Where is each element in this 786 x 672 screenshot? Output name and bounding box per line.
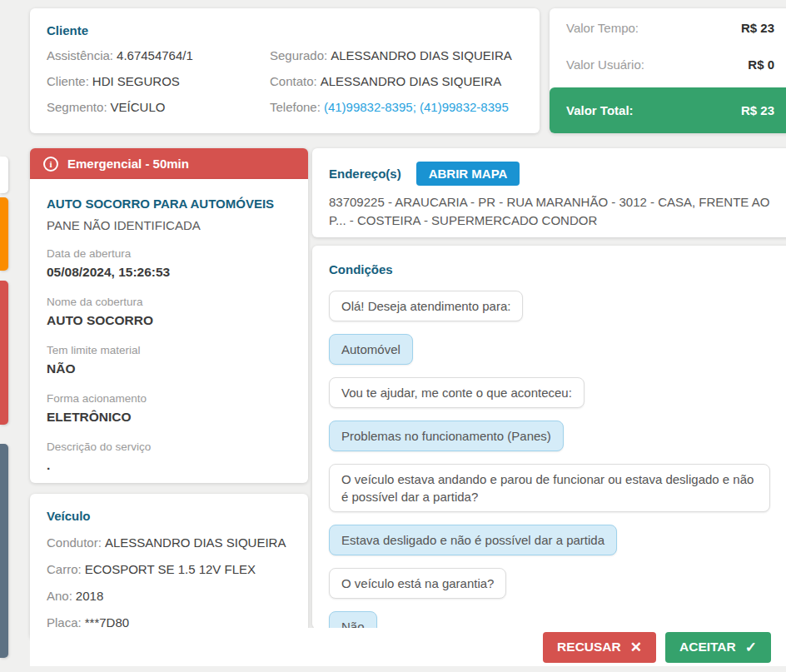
value-total-row: Valor Total: R$ 23 bbox=[550, 87, 786, 133]
open-map-button[interactable]: ABRIR MAPA bbox=[416, 162, 520, 186]
chat-message-answer: Automóvel bbox=[329, 334, 413, 365]
chat-message-answer: Problemas no funcionamento (Panes) bbox=[329, 421, 564, 451]
client-card-title: Cliente bbox=[47, 23, 523, 37]
address-card-title: Endereço(s) bbox=[329, 167, 401, 181]
service-description-label: Descrição do serviço bbox=[47, 440, 291, 455]
check-icon: ✓ bbox=[745, 639, 757, 656]
service-title: AUTO SOCORRO PARA AUTOMÓVEIS bbox=[47, 196, 291, 212]
driver-label: Condutor: bbox=[47, 535, 102, 550]
accept-button[interactable]: ACEITAR ✓ bbox=[665, 632, 771, 663]
phone-label: Telefone: bbox=[270, 100, 321, 114]
assistance-field: Assistência:4.67454764/1 bbox=[47, 47, 270, 63]
value-time-label: Valor Tempo: bbox=[566, 21, 639, 35]
contact-label: Contato: bbox=[270, 74, 317, 88]
activation-form-pair: Forma acionamento ELETRÔNICO bbox=[47, 391, 291, 426]
client-value: HDI SEGUROS bbox=[92, 74, 180, 88]
accept-button-label: ACEITAR bbox=[679, 640, 736, 655]
address-card: Endereço(s) ABRIR MAPA 83709225 - ARAUCA… bbox=[312, 148, 786, 237]
chat-message-question: O veículo estava andando e parou de func… bbox=[329, 464, 770, 512]
phone-field: Telefone:(41)99832-8395; (41)99832-8395 bbox=[270, 99, 523, 115]
service-details-card: AUTO SOCORRO PARA AUTOMÓVEIS PANE NÃO ID… bbox=[30, 179, 308, 483]
value-user-amount: R$ 0 bbox=[748, 57, 774, 72]
year-field: Ano:2018 bbox=[47, 588, 291, 604]
priority-banner: Emergencial - 50min bbox=[30, 148, 308, 179]
queue-card-peek-slate[interactable] bbox=[0, 444, 8, 658]
contact-value: ALESSANDRO DIAS SIQUEIRA bbox=[321, 74, 502, 88]
reject-button-label: RECUSAR bbox=[557, 640, 621, 655]
activation-form-value: ELETRÔNICO bbox=[47, 408, 291, 426]
segment-value: VEÍCULO bbox=[111, 100, 166, 114]
insured-value: ALESSANDRO DIAS SIQUEIRA bbox=[331, 48, 512, 62]
value-total-label: Valor Total: bbox=[566, 103, 634, 117]
address-text: 83709225 - ARAUCARIA - PR - RUA MARANHÃO… bbox=[329, 193, 783, 230]
year-value: 2018 bbox=[76, 589, 103, 603]
value-user-label: Valor Usuário: bbox=[566, 57, 644, 72]
action-bar: RECUSAR ✕ ACEITAR ✓ bbox=[30, 628, 786, 666]
value-user-row: Valor Usuário: R$ 0 bbox=[550, 47, 786, 82]
assistance-value: 4.67454764/1 bbox=[117, 48, 193, 62]
service-description-pair: Descrição do serviço . bbox=[47, 440, 291, 474]
year-label: Ano: bbox=[47, 589, 72, 603]
driver-field: Condutor:ALESSANDRO DIAS SIQUEIRA bbox=[47, 535, 291, 550]
queue-card-peek-orange[interactable] bbox=[0, 197, 8, 271]
values-card: Valor Tempo: R$ 23 Valor Usuário: R$ 0 V… bbox=[550, 8, 786, 133]
coverage-name-label: Nome da cobertura bbox=[47, 295, 291, 310]
conditions-card-title: Condições bbox=[329, 262, 779, 276]
chat-message-question: Olá! Deseja atendimento para: bbox=[329, 291, 523, 321]
material-limit-value: NÃO bbox=[47, 360, 291, 377]
chat-message-answer: Estava desligado e não é possível dar a … bbox=[329, 525, 617, 555]
material-limit-label: Tem limite material bbox=[47, 343, 291, 358]
close-icon: ✕ bbox=[630, 639, 642, 656]
assistance-label: Assistência: bbox=[47, 48, 113, 62]
car-label: Carro: bbox=[47, 562, 82, 576]
segment-label: Segmento: bbox=[47, 100, 107, 114]
coverage-name-pair: Nome da cobertura AUTO SOCORRO bbox=[47, 295, 291, 329]
reject-button[interactable]: RECUSAR ✕ bbox=[543, 632, 656, 663]
info-icon bbox=[43, 157, 58, 172]
opening-date-pair: Data de abertura 05/08/2024, 15:26:53 bbox=[47, 246, 291, 281]
driver-value: ALESSANDRO DIAS SIQUEIRA bbox=[105, 535, 286, 550]
client-field: Cliente:HDI SEGUROS bbox=[47, 73, 270, 89]
chat-message-question: Vou te ajudar, me conte o que aconteceu: bbox=[329, 377, 585, 408]
insured-field: Segurado:ALESSANDRO DIAS SIQUEIRA bbox=[270, 47, 523, 63]
contact-field: Contato:ALESSANDRO DIAS SIQUEIRA bbox=[270, 73, 523, 89]
service-dispatch-page: Cliente Assistência:4.67454764/1 Cliente… bbox=[0, 0, 786, 672]
client-card: Cliente Assistência:4.67454764/1 Cliente… bbox=[30, 8, 540, 133]
segment-field: Segmento:VEÍCULO bbox=[47, 99, 270, 115]
coverage-name-value: AUTO SOCORRO bbox=[47, 311, 291, 329]
value-time-row: Valor Tempo: R$ 23 bbox=[550, 10, 786, 45]
service-subtitle: PANE NÃO IDENTIFICADA bbox=[47, 218, 291, 232]
queue-card-peek-1[interactable] bbox=[0, 157, 8, 193]
opening-date-value: 05/08/2024, 15:26:53 bbox=[47, 263, 291, 281]
service-description-value: . bbox=[47, 456, 291, 474]
queue-card-peek-red[interactable] bbox=[0, 281, 8, 425]
car-field: Carro:ECOSPORT SE 1.5 12V FLEX bbox=[47, 561, 291, 577]
vehicle-card: Veículo Condutor:ALESSANDRO DIAS SIQUEIR… bbox=[30, 494, 308, 640]
priority-banner-label: Emergencial - 50min bbox=[67, 157, 189, 171]
vehicle-card-title: Veículo bbox=[47, 509, 291, 523]
value-total-amount: R$ 23 bbox=[741, 103, 774, 117]
chat-message-question: O veículo está na garantia? bbox=[329, 568, 506, 599]
activation-form-label: Forma acionamento bbox=[47, 391, 291, 406]
insured-label: Segurado: bbox=[270, 48, 327, 62]
phone-link[interactable]: (41)99832-8395; (41)99832-8395 bbox=[324, 100, 509, 114]
opening-date-label: Data de abertura bbox=[47, 246, 291, 261]
car-value: ECOSPORT SE 1.5 12V FLEX bbox=[85, 562, 256, 576]
material-limit-pair: Tem limite material NÃO bbox=[47, 343, 291, 377]
conditions-card: Condições Olá! Deseja atendimento para: … bbox=[312, 246, 786, 629]
client-label: Cliente: bbox=[47, 74, 89, 88]
value-time-amount: R$ 23 bbox=[741, 21, 774, 35]
